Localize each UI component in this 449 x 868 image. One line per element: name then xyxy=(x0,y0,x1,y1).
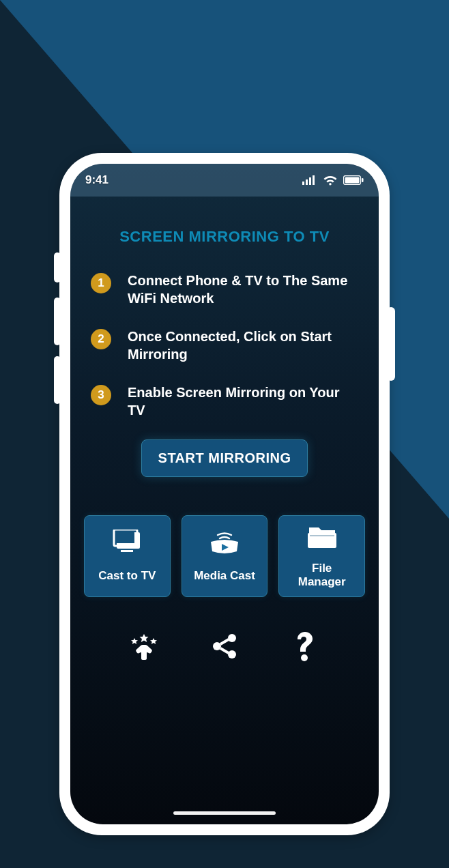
svg-rect-2 xyxy=(309,177,311,185)
cast-to-tv-tile[interactable]: Cast to TV xyxy=(84,515,171,597)
help-button[interactable] xyxy=(285,627,325,668)
svg-rect-13 xyxy=(310,535,334,536)
cast-icon xyxy=(207,530,242,560)
svg-line-21 xyxy=(220,648,229,653)
share-icon xyxy=(210,632,239,663)
status-icons xyxy=(302,175,364,186)
svg-rect-0 xyxy=(302,182,304,185)
phone-screen: 9:41 xyxy=(70,164,379,824)
step-item: 3 Enable Screen Mirroring on Your TV xyxy=(91,384,358,419)
status-bar: 9:41 xyxy=(70,164,379,197)
media-cast-tile[interactable]: Media Cast xyxy=(182,515,268,597)
status-time: 9:41 xyxy=(85,173,108,187)
svg-marker-16 xyxy=(150,638,157,644)
step-number-badge: 3 xyxy=(91,385,111,405)
step-item: 1 Connect Phone & TV to The Same WiFi Ne… xyxy=(91,272,358,307)
svg-point-19 xyxy=(228,650,236,659)
svg-rect-3 xyxy=(313,175,315,185)
page-title: SCREEN MIRRORING TO TV xyxy=(70,228,379,246)
svg-rect-9 xyxy=(117,532,134,543)
phone-side-button xyxy=(54,356,61,404)
step-text: Once Connected, Click on Start Mirroring xyxy=(128,328,358,363)
svg-marker-14 xyxy=(131,638,138,644)
wifi-icon xyxy=(323,175,338,186)
home-indicator xyxy=(173,811,276,815)
bottom-actions-row xyxy=(70,627,379,668)
svg-rect-10 xyxy=(121,550,133,552)
start-mirroring-button[interactable]: START MIRRORING xyxy=(141,439,308,477)
tile-label: Cast to TV xyxy=(98,569,156,583)
phone-side-button xyxy=(54,298,61,345)
tiles-row: Cast to TV Media Cast xyxy=(84,515,365,597)
tile-label: Media Cast xyxy=(194,569,255,583)
svg-rect-5 xyxy=(345,177,360,184)
step-number-badge: 2 xyxy=(91,329,111,349)
steps-list: 1 Connect Phone & TV to The Same WiFi Ne… xyxy=(91,272,358,419)
folder-icon xyxy=(306,523,338,552)
svg-line-20 xyxy=(220,639,229,644)
phone-side-button xyxy=(387,307,395,381)
svg-point-17 xyxy=(228,634,236,642)
file-manager-tile[interactable]: File Manager xyxy=(278,515,365,597)
svg-marker-15 xyxy=(140,634,149,642)
rate-button[interactable] xyxy=(124,627,164,668)
cellular-icon xyxy=(302,175,317,185)
tv-icon xyxy=(111,530,143,560)
svg-point-22 xyxy=(301,654,308,661)
step-text: Connect Phone & TV to The Same WiFi Netw… xyxy=(128,272,358,307)
help-icon xyxy=(293,631,317,665)
battery-icon xyxy=(343,175,364,185)
phone-frame: 9:41 xyxy=(59,153,390,835)
rate-icon xyxy=(128,630,160,665)
step-item: 2 Once Connected, Click on Start Mirrori… xyxy=(91,328,358,363)
step-text: Enable Screen Mirroring on Your TV xyxy=(128,384,358,419)
svg-point-18 xyxy=(213,642,221,650)
phone-side-button xyxy=(54,252,61,283)
share-button[interactable] xyxy=(204,627,245,668)
svg-rect-6 xyxy=(362,178,364,182)
svg-rect-1 xyxy=(306,179,308,185)
tile-label: File Manager xyxy=(298,562,346,590)
step-number-badge: 1 xyxy=(91,273,111,293)
